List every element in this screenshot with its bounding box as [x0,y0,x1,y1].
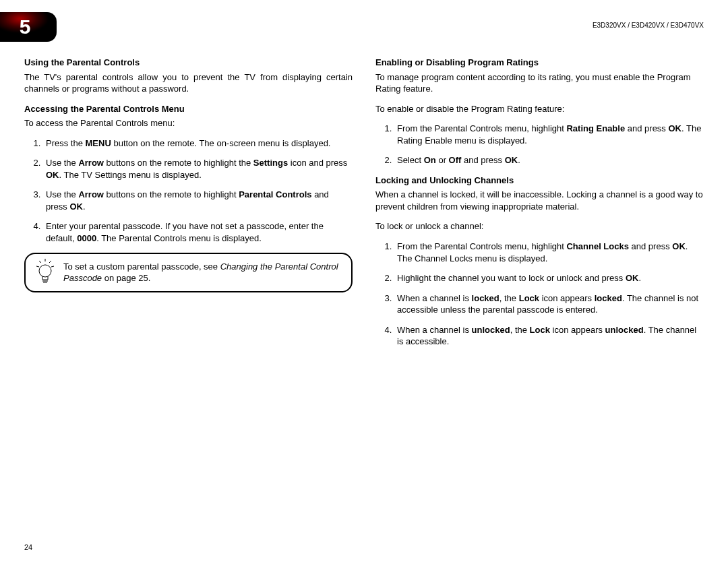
step-2: Highlight the channel you want to lock o… [394,272,704,284]
svg-line-3 [36,266,39,267]
step-1: From the Parental Controls menu, highlig… [394,123,704,146]
heading-locking-channels: Locking and Unlocking Channels [375,175,704,187]
step-3: When a channel is locked, the Lock icon … [394,292,704,316]
intro-parental-controls: The TV's parental controls allow you to … [24,71,353,95]
right-column: Enabling or Disabling Program Ratings To… [375,57,704,535]
heading-using-parental-controls: Using the Parental Controls [24,57,353,69]
intro-locking-channels: When a channel is locked, it will be ina… [375,189,704,212]
chapter-number: 5 [0,12,50,42]
step-3: Use the Arrow buttons on the remote to h… [43,189,353,212]
steps-program-ratings: From the Parental Controls menu, highlig… [375,123,704,166]
svg-line-1 [39,261,41,263]
page-number: 24 [24,543,32,551]
intro-program-ratings: To manage program content according to i… [375,71,704,95]
step-2: Select On or Off and press OK. [394,154,704,166]
lightbulb-icon [35,259,55,286]
left-column: Using the Parental Controls The TV's par… [24,57,353,535]
page-content: Using the Parental Controls The TV's par… [24,57,704,535]
tip-text: To set a custom parental passcode, see C… [63,261,338,284]
step-2: Use the Arrow buttons on the remote to h… [43,157,353,181]
heading-accessing-menu: Accessing the Parental Controls Menu [24,103,353,115]
svg-point-5 [39,265,51,277]
step-1: From the Parental Controls menu, highlig… [394,241,704,264]
step-4: When a channel is unlocked, the Lock ico… [394,324,704,348]
model-numbers: E3D320VX / E3D420VX / E3D470VX [593,22,704,29]
step-1: Press the MENU button on the remote. The… [43,137,353,150]
step-4: Enter your parental passcode. If you hav… [43,220,353,244]
heading-program-ratings: Enabling or Disabling Program Ratings [375,57,704,69]
lead-program-ratings: To enable or disable the Program Rating … [375,103,704,115]
svg-line-2 [49,261,51,263]
tip-box: To set a custom parental passcode, see C… [24,253,353,292]
steps-access-menu: Press the MENU button on the remote. The… [24,137,353,245]
steps-locking-channels: From the Parental Controls menu, highlig… [375,241,704,348]
svg-line-4 [51,266,54,267]
lead-access-menu: To access the Parental Controls menu: [24,117,353,129]
lead-locking-channels: To lock or unlock a channel: [375,220,704,232]
chapter-badge: 5 [0,12,57,42]
